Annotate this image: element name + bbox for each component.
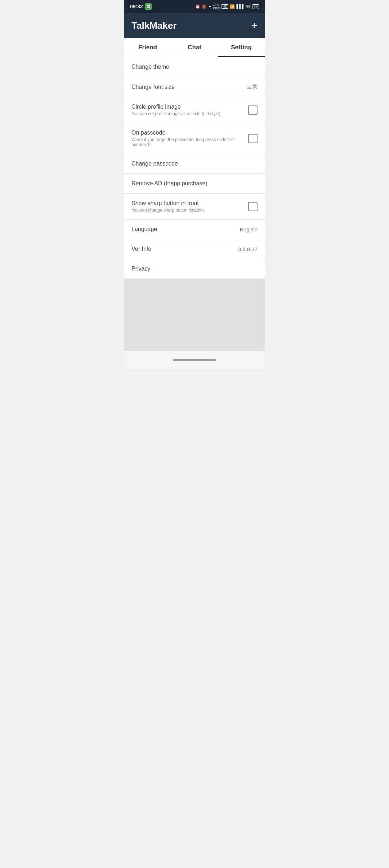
setting-value-language: English — [240, 226, 258, 232]
setting-value-ver-info: 3.8.8.27 — [238, 246, 258, 252]
setting-label-privacy: Privacy — [131, 266, 258, 272]
setting-item-on-passcode[interactable]: On passcodeWarn! if you forgot the passc… — [124, 123, 265, 154]
setting-sublabel-on-passcode: Warn! if you forgot the passcode, long p… — [131, 137, 248, 147]
setting-label-on-passcode: On passcode — [131, 130, 248, 136]
setting-label-change-theme: Change theme — [131, 64, 258, 70]
setting-label-ver-info: Ver Info — [131, 246, 238, 252]
setting-item-language[interactable]: LanguageEnglish — [124, 220, 265, 239]
app-title: TalkMaker — [131, 20, 176, 31]
setting-label-remove-ad: Remove AD (Inapp purchase) — [131, 180, 258, 187]
checkbox-show-sharp-button[interactable] — [248, 202, 258, 211]
checkbox-on-passcode[interactable] — [248, 134, 258, 143]
battery-icon: 99 — [252, 4, 259, 9]
settings-list: Change themeChange font size보통Circle pro… — [124, 57, 265, 279]
setting-sublabel-circle-profile-image: You can set profile image as a circle (o… — [131, 111, 248, 116]
setting-item-change-theme[interactable]: Change theme — [124, 57, 265, 77]
status-time: 09:32 — [130, 4, 143, 9]
bottom-area — [124, 279, 265, 351]
setting-label-circle-profile-image: Circle profile image — [131, 104, 248, 110]
status-icons: ⏰ 🔕 ✦ 14.0KB/S HD 📶 ▌▌▌ 5G 99 — [195, 3, 259, 10]
setting-item-circle-profile-image[interactable]: Circle profile imageYou can set profile … — [124, 97, 265, 123]
mute-icon: 🔕 — [202, 4, 207, 9]
signal2-icon: 5G — [246, 5, 251, 8]
alarm-icon: ⏰ — [195, 4, 200, 9]
hd-icon: HD — [222, 4, 228, 9]
signal-icon: ▌▌▌ — [236, 4, 245, 9]
setting-label-language: Language — [131, 226, 240, 232]
checkbox-circle-profile-image[interactable] — [248, 105, 258, 115]
app-header: TalkMaker + — [124, 13, 265, 38]
add-button[interactable]: + — [251, 20, 258, 31]
setting-item-show-sharp-button[interactable]: Show sharp button in frontYou can change… — [124, 194, 265, 220]
setting-item-privacy[interactable]: Privacy — [124, 259, 265, 279]
wifi-icon: 📶 — [230, 4, 235, 9]
home-bar-area — [124, 351, 265, 369]
setting-sublabel-show-sharp-button: You can change sharp button location. — [131, 208, 248, 213]
tab-chat[interactable]: Chat — [171, 38, 218, 57]
setting-label-change-font-size: Change font size — [131, 84, 247, 90]
setting-item-change-font-size[interactable]: Change font size보통 — [124, 77, 265, 97]
chat-notification-icon: 💬 — [145, 3, 152, 10]
tab-friend[interactable]: Friend — [124, 38, 171, 57]
tab-setting[interactable]: Setting — [218, 38, 265, 57]
setting-item-ver-info[interactable]: Ver Info3.8.8.27 — [124, 239, 265, 259]
bluetooth-icon: ✦ — [208, 4, 211, 9]
tab-bar: Friend Chat Setting — [124, 38, 265, 57]
setting-label-show-sharp-button: Show sharp button in front — [131, 200, 248, 207]
setting-value-change-font-size: 보통 — [247, 83, 258, 90]
setting-item-change-passcode[interactable]: Change passcode — [124, 154, 265, 174]
setting-item-remove-ad[interactable]: Remove AD (Inapp purchase) — [124, 174, 265, 194]
setting-label-change-passcode: Change passcode — [131, 161, 258, 167]
data-speed: 14.0KB/S — [213, 3, 220, 10]
home-bar — [173, 359, 216, 361]
status-bar: 09:32 💬 ⏰ 🔕 ✦ 14.0KB/S HD 📶 ▌▌▌ 5G 99 — [124, 0, 265, 13]
